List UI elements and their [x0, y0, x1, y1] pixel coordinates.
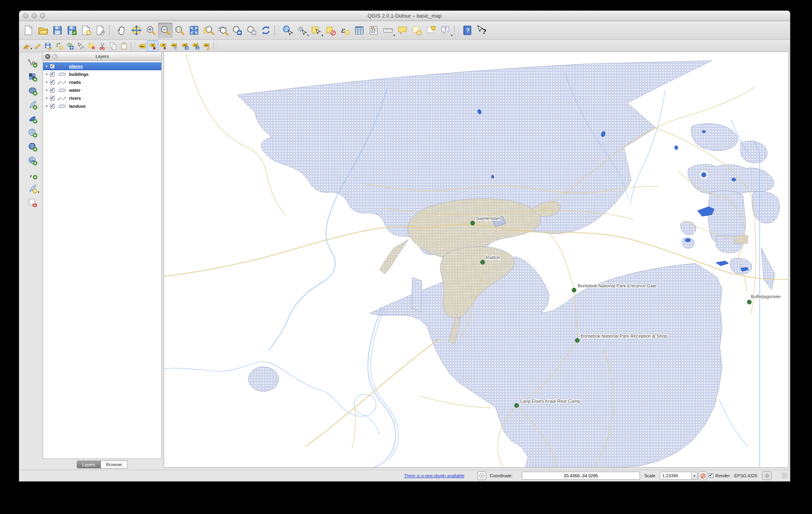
qgis-window: QGIS 2.0.1-Dufour – basic_map 1:1i▼▼ε▼T▼…: [19, 10, 790, 482]
add-delimited-text-layer-icon[interactable]: ,: [26, 169, 40, 181]
toggle-editing-icon[interactable]: [32, 41, 43, 51]
zoom-to-layer-icon[interactable]: [216, 23, 230, 38]
add-raster-layer-icon[interactable]: [26, 71, 40, 83]
layer-visibility-checkbox[interactable]: [50, 80, 55, 85]
zoom-out-icon[interactable]: [158, 23, 172, 38]
add-wms-layer-icon[interactable]: [26, 127, 40, 139]
crs-globe-icon[interactable]: [762, 471, 772, 480]
add-wcs-layer-icon[interactable]: [26, 141, 40, 153]
add-vector-layer-icon[interactable]: [26, 57, 40, 69]
expand-arrow-icon[interactable]: [46, 73, 48, 75]
deselect-features-icon[interactable]: [323, 23, 338, 38]
label-visibility-icon[interactable]: abc: [169, 41, 180, 51]
move-feature-icon[interactable]: [65, 41, 75, 51]
expand-arrow-icon[interactable]: [46, 81, 48, 83]
resize-grip[interactable]: [782, 473, 788, 479]
label-move-icon[interactable]: abc: [180, 41, 190, 51]
paste-features-icon[interactable]: [119, 41, 129, 51]
composer-manager-icon[interactable]: [93, 23, 108, 38]
map-canvas[interactable]: SwellendamRailtonBontebok National Park …: [164, 51, 789, 468]
pan-map-icon[interactable]: [115, 23, 129, 38]
add-spatialite-layer-icon[interactable]: [26, 99, 40, 111]
layer-visibility-checkbox[interactable]: [50, 64, 55, 69]
whats-this-icon[interactable]: ?: [474, 23, 489, 38]
expand-arrow-icon[interactable]: [46, 97, 48, 99]
layer-visibility-checkbox[interactable]: [50, 72, 55, 77]
zoom-next-icon[interactable]: [244, 23, 259, 38]
identify-features-icon[interactable]: i: [280, 23, 295, 38]
run-feature-action-icon[interactable]: ▼: [295, 23, 309, 38]
copy-features-icon[interactable]: [108, 41, 119, 51]
zoom-native-icon[interactable]: 1:1: [172, 23, 187, 38]
layers-panel-title: Layers: [43, 54, 161, 59]
save-project-as-icon[interactable]: [65, 23, 79, 38]
add-mssql-layer-icon[interactable]: [26, 113, 40, 125]
show-bookmarks-icon[interactable]: [424, 23, 438, 38]
minimize-window-button[interactable]: [32, 13, 37, 18]
label-pin-icon[interactable]: ab: [158, 41, 169, 51]
place-label: Railton: [486, 255, 500, 260]
label-rotate-icon[interactable]: abc: [190, 41, 201, 51]
layer-item-places[interactable]: places: [43, 62, 161, 70]
stop-render-icon[interactable]: [698, 471, 707, 480]
layer-item-landuse[interactable]: landuse: [43, 102, 161, 110]
scale-combobox[interactable]: 1:23396 ▼: [660, 472, 698, 480]
layer-polygon-symbol-icon: [58, 88, 67, 93]
new-project-icon[interactable]: [22, 23, 36, 38]
layer-visibility-checkbox[interactable]: [50, 96, 55, 101]
render-checkbox[interactable]: [709, 473, 713, 478]
zoom-in-icon[interactable]: [144, 23, 158, 38]
layer-item-roads[interactable]: roads: [43, 78, 161, 86]
zoom-to-selection-icon[interactable]: [201, 23, 216, 38]
plugin-icon[interactable]: [477, 471, 486, 480]
add-feature-icon[interactable]: [54, 41, 65, 51]
cut-features-icon[interactable]: [97, 41, 108, 51]
current-edits-icon[interactable]: ▼: [22, 41, 32, 51]
new-bookmark-icon[interactable]: [410, 23, 424, 38]
layer-visibility-checkbox[interactable]: [50, 104, 55, 109]
layer-visibility-checkbox[interactable]: [50, 88, 55, 93]
zoom-last-icon[interactable]: [230, 23, 244, 38]
layer-item-buildings[interactable]: buildings: [43, 70, 161, 78]
panel-tab-browser[interactable]: Browser: [101, 461, 128, 469]
coordinate-input[interactable]: [522, 472, 640, 480]
measure-icon[interactable]: ▼: [381, 23, 395, 38]
expand-arrow-icon[interactable]: [46, 89, 48, 91]
panel-tab-layers[interactable]: Layers: [77, 461, 101, 469]
window-controls: [23, 13, 45, 18]
zoom-full-icon[interactable]: [187, 23, 201, 38]
zoom-window-button[interactable]: [40, 13, 45, 18]
text-annotation-icon[interactable]: T▼: [438, 23, 453, 38]
field-calculator-icon[interactable]: [366, 23, 381, 38]
help-icon[interactable]: ?: [460, 23, 474, 38]
pan-to-selection-icon[interactable]: [129, 23, 144, 38]
label-properties-icon[interactable]: abc: [201, 41, 212, 51]
plugin-available-link[interactable]: There is a new plugin available: [404, 473, 464, 478]
refresh-icon[interactable]: [259, 23, 273, 38]
chevron-down-icon[interactable]: ▼: [691, 472, 697, 479]
add-wfs-layer-icon[interactable]: [26, 155, 40, 167]
select-by-expression-icon[interactable]: ε: [338, 23, 352, 38]
open-attribute-table-icon[interactable]: [352, 23, 366, 38]
remove-layer-icon[interactable]: [26, 197, 40, 209]
chevron-down-icon[interactable]: ▼: [37, 191, 40, 194]
open-project-icon[interactable]: [36, 23, 50, 38]
titlebar[interactable]: QGIS 2.0.1-Dufour – basic_map: [19, 11, 790, 21]
add-postgis-layer-icon[interactable]: [26, 85, 40, 97]
save-layer-edits-icon[interactable]: [43, 41, 54, 51]
map-tips-icon[interactable]: [395, 23, 410, 38]
node-tool-icon[interactable]: [75, 41, 86, 51]
delete-selected-icon[interactable]: [86, 41, 97, 51]
select-features-icon[interactable]: ▼: [309, 23, 323, 38]
layer-item-rivers[interactable]: rivers: [43, 94, 161, 102]
new-shapefile-layer-icon[interactable]: ▼: [26, 183, 40, 195]
layer-item-water[interactable]: water: [43, 86, 161, 94]
chevron-down-icon[interactable]: ▼: [450, 34, 453, 37]
label-selected-icon[interactable]: ab: [147, 41, 158, 51]
expand-arrow-icon[interactable]: [46, 65, 48, 67]
close-window-button[interactable]: [23, 13, 28, 18]
labeling-icon[interactable]: abc: [137, 41, 147, 51]
save-project-icon[interactable]: [50, 23, 65, 38]
expand-arrow-icon[interactable]: [46, 105, 48, 107]
new-composer-icon[interactable]: [79, 23, 93, 38]
